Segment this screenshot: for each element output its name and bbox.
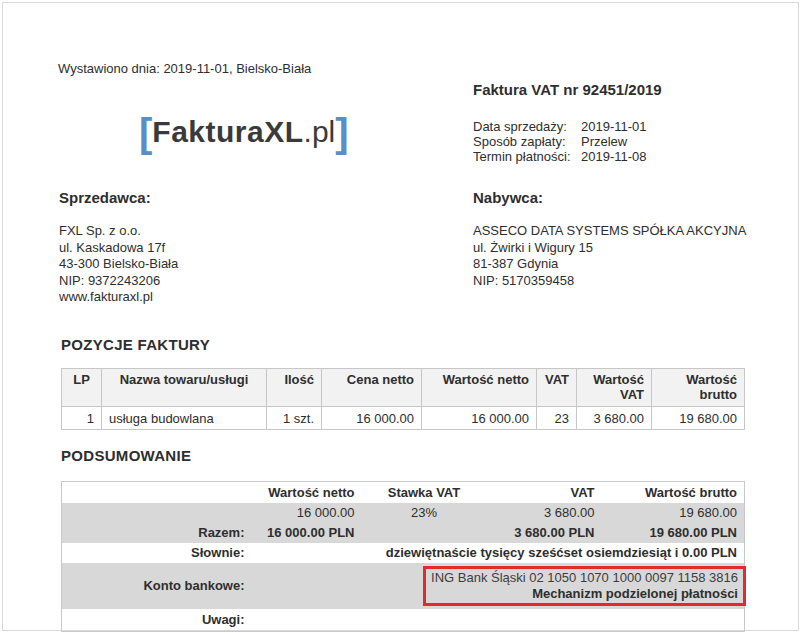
invoice-title: Faktura VAT nr 92451/2019 bbox=[473, 81, 662, 98]
buyer-block: Nabywca: ASSECO DATA SYSTEMS SPÓŁKA AKCY… bbox=[473, 189, 746, 289]
logo-bracket-right-icon: ] bbox=[335, 111, 348, 155]
item-gross-value: 19 680.00 bbox=[652, 407, 745, 430]
summary-rate-value: 23% bbox=[362, 503, 487, 523]
total-label: Razem: bbox=[62, 523, 252, 543]
invoice-page: Wystawiono dnia: 2019-11-01, Bielsko-Bia… bbox=[2, 2, 799, 631]
col-header-qty: Ilość bbox=[267, 369, 322, 407]
detail-label: Sposób zapłaty: bbox=[473, 134, 581, 149]
summary-vat-row: 16 000.00 23% 3 680.00 19 680.00 bbox=[62, 503, 745, 523]
summary-vat-value: 3 680.00 bbox=[487, 503, 602, 523]
buyer-city: 81-387 Gdynia bbox=[473, 256, 746, 273]
items-header-row: LP Nazwa towaru/usługi Ilość Cena netto … bbox=[62, 369, 745, 407]
total-net: 16 000.00 PLN bbox=[252, 523, 362, 543]
seller-city: 43-300 Bielsko-Biała bbox=[59, 256, 178, 273]
detail-value: Przelew bbox=[581, 134, 627, 149]
notes-row: Uwagi: bbox=[62, 609, 745, 632]
bank-account-row: Konto bankowe: ING Bank Śląski 02 1050 1… bbox=[62, 563, 745, 609]
item-name: usługa budowlana bbox=[102, 407, 267, 430]
buyer-heading: Nabywca: bbox=[473, 189, 746, 206]
seller-website: www.fakturaxl.pl bbox=[59, 289, 178, 306]
item-qty: 1 szt. bbox=[267, 407, 322, 430]
summary-col-rate: Stawka VAT bbox=[362, 482, 487, 504]
invoice-detail-row: Data sprzedaży:2019-11-01 bbox=[473, 119, 662, 134]
invoice-items-table: LP Nazwa towaru/usługi Ilość Cena netto … bbox=[61, 368, 745, 430]
summary-col-empty bbox=[62, 482, 252, 504]
detail-value: 2019-11-01 bbox=[581, 119, 647, 134]
col-header-vat: VAT bbox=[537, 369, 577, 407]
col-header-lp: LP bbox=[62, 369, 102, 407]
summary-col-net: Wartość netto bbox=[252, 482, 362, 504]
col-header-gross-value: Wartość brutto bbox=[652, 369, 745, 407]
invoice-detail-row: Termin płatności:2019-11-08 bbox=[473, 149, 662, 164]
issue-date-line: Wystawiono dnia: 2019-11-01, Bielsko-Bia… bbox=[58, 61, 311, 76]
invoice-header: Faktura VAT nr 92451/2019 Data sprzedaży… bbox=[473, 81, 662, 164]
summary-col-vat: VAT bbox=[487, 482, 602, 504]
bank-account-label: Konto bankowe: bbox=[62, 563, 252, 609]
item-vat-value: 3 680.00 bbox=[577, 407, 652, 430]
notes-value bbox=[252, 609, 745, 632]
col-header-net-price: Cena netto bbox=[322, 369, 422, 407]
buyer-name: ASSECO DATA SYSTEMS SPÓŁKA AKCYJNA bbox=[473, 223, 746, 240]
logo-bracket-left-icon: [ bbox=[139, 111, 152, 155]
item-vat-rate: 23 bbox=[537, 407, 577, 430]
summary-total-row: Razem: 16 000.00 PLN 3 680.00 PLN 19 680… bbox=[62, 523, 745, 543]
notes-label: Uwagi: bbox=[62, 609, 252, 632]
items-section-heading: POZYCJE FAKTURY bbox=[61, 336, 745, 353]
detail-label: Data sprzedaży: bbox=[473, 119, 581, 134]
table-row: 1 usługa budowlana 1 szt. 16 000.00 16 0… bbox=[62, 407, 745, 430]
summary-net-value: 16 000.00 bbox=[252, 503, 362, 523]
item-net-price: 16 000.00 bbox=[322, 407, 422, 430]
logo-suffix: .pl bbox=[304, 115, 336, 148]
invoice-details: Data sprzedaży:2019-11-01 Sposób zapłaty… bbox=[473, 119, 662, 164]
seller-nip: NIP: 9372243206 bbox=[59, 273, 178, 290]
amount-in-words-row: Słownie: dziewiętnaście tysięcy sześćset… bbox=[62, 543, 745, 563]
item-lp: 1 bbox=[62, 407, 102, 430]
summary-gross-value: 19 680.00 bbox=[602, 503, 745, 523]
logo-name: FakturaXL bbox=[152, 115, 303, 148]
seller-street: ul. Kaskadowa 17f bbox=[59, 240, 178, 257]
invoice-detail-row: Sposób zapłaty:Przelew bbox=[473, 134, 662, 149]
total-vat: 3 680.00 PLN bbox=[487, 523, 602, 543]
buyer-street: ul. Żwirki i Wigury 15 bbox=[473, 240, 746, 257]
col-header-net-value: Wartość netto bbox=[422, 369, 537, 407]
detail-value: 2019-11-08 bbox=[581, 149, 647, 164]
bank-account-number: ING Bank Śląski 02 1050 1070 1000 0097 1… bbox=[431, 570, 738, 586]
seller-name: FXL Sp. z o.o. bbox=[59, 223, 178, 240]
summary-section-heading: PODSUMOWANIE bbox=[61, 447, 745, 464]
col-header-vat-value: Wartość VAT bbox=[577, 369, 652, 407]
in-words-label: Słownie: bbox=[62, 543, 252, 563]
split-payment-mechanism-note: Mechanizm podzielonej płatności bbox=[431, 586, 738, 602]
invoice-items-section: POZYCJE FAKTURY LP Nazwa towaru/usługi I… bbox=[61, 336, 745, 430]
seller-heading: Sprzedawca: bbox=[59, 189, 178, 206]
buyer-nip: NIP: 5170359458 bbox=[473, 273, 746, 290]
col-header-name: Nazwa towaru/usługi bbox=[102, 369, 267, 407]
seller-block: Sprzedawca: FXL Sp. z o.o. ul. Kaskadowa… bbox=[59, 189, 178, 306]
item-net-value: 16 000.00 bbox=[422, 407, 537, 430]
summary-table: Wartość netto Stawka VAT VAT Wartość bru… bbox=[61, 481, 745, 632]
detail-label: Termin płatności: bbox=[473, 149, 581, 164]
summary-section: PODSUMOWANIE Wartość netto Stawka VAT VA… bbox=[61, 447, 745, 632]
in-words-value: dziewiętnaście tysięcy sześćset osiemdzi… bbox=[252, 543, 745, 563]
summary-col-gross: Wartość brutto bbox=[602, 482, 745, 504]
summary-header-row: Wartość netto Stawka VAT VAT Wartość bru… bbox=[62, 482, 745, 504]
fakturaxl-logo: [FakturaXL.pl] bbox=[139, 111, 349, 156]
split-payment-highlight-box: ING Bank Śląski 02 1050 1070 1000 0097 1… bbox=[423, 566, 746, 606]
total-gross: 19 680.00 PLN bbox=[602, 523, 745, 543]
